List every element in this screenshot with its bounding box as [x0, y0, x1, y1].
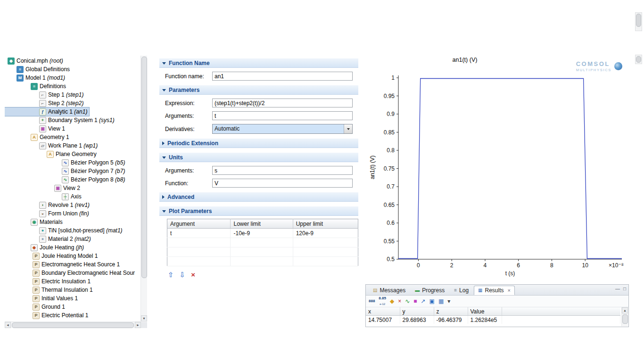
move-up-button[interactable]: ⇧: [168, 271, 174, 278]
scroll-left-button[interactable]: ◄: [5, 322, 11, 328]
scrollbar-thumb[interactable]: [636, 56, 641, 63]
table-display-dropdown[interactable]: ▾: [447, 298, 450, 304]
scrollbar-thumb[interactable]: [12, 322, 134, 328]
tree-item-model-1[interactable]: MModel 1 (mod1): [5, 74, 67, 82]
table-cell: [293, 257, 358, 266]
section-header-advanced[interactable]: Advanced: [159, 192, 358, 202]
section-header-periodic-extension[interactable]: Periodic Extension: [159, 139, 358, 148]
tree-item-view-1[interactable]: ▣View 1: [5, 124, 67, 133]
graphics-panel[interactable]: an1(t) (V) COMSOL MULTIPHYSICS an1(t) (V…: [363, 53, 632, 283]
section-title: Function Name: [169, 60, 210, 66]
tree-item-view-2[interactable]: ▣View 2: [5, 184, 82, 192]
expression-input[interactable]: [212, 99, 353, 107]
function-name-input[interactable]: [212, 72, 353, 81]
tree-item-electric-insulation-1[interactable]: PElectric Insulation 1: [5, 277, 92, 286]
tree-item-work-plane-1[interactable]: ▱Work Plane 1 (wp1): [5, 141, 99, 150]
table-cell: [167, 257, 231, 266]
tree-item-boundary-system-1[interactable]: +Boundary System 1 (sys1): [5, 116, 116, 124]
units-arguments-input[interactable]: [212, 166, 353, 175]
tree-horizontal-scrollbar[interactable]: ◄ ►: [5, 321, 141, 328]
window-scrollbar-segment[interactable]: [635, 55, 642, 64]
arguments-label: Arguments:: [165, 113, 212, 119]
section-header-parameters[interactable]: Parameters: [159, 85, 358, 95]
tree-item-tin-solid-hot-pressed[interactable]: ●TiN [solid,hot-pressed] (mat1): [5, 226, 124, 235]
table-display-icon[interactable]: ▦: [438, 298, 444, 304]
scrollbar-thumb[interactable]: [622, 314, 628, 324]
form-union-icon: ◒: [39, 210, 46, 217]
scrollbar-thumb[interactable]: [636, 14, 641, 27]
table-graph-icon[interactable]: ∿: [405, 298, 410, 304]
tree-item-geometry-1[interactable]: AGeometry 1: [5, 133, 71, 141]
tree-item-label: Step 2 (step2): [48, 100, 83, 107]
section-title: Advanced: [167, 194, 194, 200]
delete-row-button[interactable]: ×: [191, 271, 195, 278]
bezier-polygon-icon: ∿: [62, 168, 69, 175]
window-scrollbar[interactable]: [635, 12, 642, 31]
plot-canvas[interactable]: 024681010.950.90.850.80.750.70.650.60.55…: [363, 53, 632, 283]
tree-item-b-zier-polygon-7[interactable]: ∿Bézier Polygon 7 (b7): [5, 167, 127, 175]
tree-item-step-1[interactable]: ⌐Step 1 (step1): [5, 90, 85, 99]
tree-item-plane-geometry[interactable]: APlane Geometry: [5, 150, 99, 158]
tree-item-step-2[interactable]: ⌐Step 2 (step2): [5, 99, 85, 107]
tree-item-joule-heating-model-1[interactable]: PJoule Heating Model 1: [5, 252, 99, 260]
tree-item-definitions[interactable]: ≡Definitions: [5, 82, 68, 90]
close-tab-icon[interactable]: ×: [508, 288, 511, 293]
table-cell[interactable]: -10e-9: [231, 229, 293, 238]
model-builder-panel: ◆Conical.mph (root)≡Global DefinitionsMM…: [5, 56, 147, 328]
scrollbar-thumb[interactable]: [141, 57, 147, 278]
tab-results[interactable]: ▦Results×: [474, 286, 515, 295]
tree-item-conical-mph[interactable]: ◆Conical.mph (root): [5, 57, 65, 65]
restore-icon[interactable]: □: [623, 286, 626, 292]
table-row[interactable]: t-10e-9120e-9: [167, 229, 358, 238]
tree-item-materials[interactable]: ◉Materials: [5, 218, 65, 226]
scientific-notation-icon[interactable]: 8.85e-12: [379, 296, 386, 307]
tree-item-revolve-1[interactable]: ◗Revolve 1 (rev1): [5, 201, 91, 209]
copy-table-icon[interactable]: ▣: [429, 298, 435, 304]
precision-settings-icon[interactable]: ◆: [390, 298, 394, 304]
table-cell: 14.75007: [366, 316, 400, 324]
section-header-function-name[interactable]: Function Name: [159, 58, 358, 68]
table-row[interactable]: 14.7500729.68963-96.463791.26284e5: [366, 316, 620, 324]
tree-item-form-union[interactable]: ◒Form Union (fin): [5, 209, 91, 218]
tree-item-initial-values-1[interactable]: PInitial Values 1: [5, 294, 80, 303]
tree-item-ground-1[interactable]: PGround 1: [5, 303, 67, 311]
tab-progress[interactable]: ▬Progress: [411, 286, 449, 295]
scroll-right-button[interactable]: ►: [135, 322, 141, 328]
tree-item-joule-heating[interactable]: ◆Joule Heating (jh): [5, 243, 86, 252]
table-cell[interactable]: 120e-9: [293, 229, 358, 238]
table-cell: [502, 316, 620, 324]
tree-item-label: View 2: [63, 185, 80, 191]
tree-item-b-zier-polygon-5[interactable]: ∿Bézier Polygon 5 (b5): [5, 158, 127, 167]
tree-item-global-definitions[interactable]: ≡Global Definitions: [5, 65, 72, 74]
results-scrollbar[interactable]: ▲: [621, 307, 628, 326]
table-cell[interactable]: t: [167, 229, 231, 238]
joule-heating-icon: ◆: [31, 244, 38, 251]
tree-item-b-zier-polygon-8[interactable]: ∿Bézier Polygon 8 (b8): [5, 175, 127, 184]
column-header: z: [434, 307, 468, 316]
arguments-input[interactable]: [212, 111, 353, 120]
tree-item-electric-potential-1[interactable]: PElectric Potential 1: [5, 311, 90, 320]
tree-vertical-scrollbar[interactable]: ▼: [140, 56, 147, 321]
table-surface-icon[interactable]: ■: [413, 298, 417, 304]
tree-item-analytic-1[interactable]: ƒAnalytic 1 (an1): [5, 107, 89, 116]
export-table-icon[interactable]: ↗: [421, 298, 426, 304]
units-function-input[interactable]: [212, 179, 353, 188]
minimize-icon[interactable]: —: [615, 286, 620, 292]
tree-item-axis[interactable]: ┼Axis: [5, 192, 83, 201]
tab-log[interactable]: ≡Log: [450, 286, 473, 295]
derivatives-dropdown[interactable]: Automatic: [212, 124, 353, 134]
scroll-down-button[interactable]: ▼: [141, 315, 147, 321]
y-tick-label: 0.85: [384, 129, 395, 136]
section-header-units[interactable]: Units: [159, 153, 358, 162]
tree-item-boundary-electromagnetic-heat-sour[interactable]: PBoundary Electromagnetic Heat Sour: [5, 269, 137, 277]
tree-item-material-2[interactable]: ●Material 2 (mat2): [5, 235, 93, 243]
section-header-plot-parameters[interactable]: Plot Parameters: [159, 206, 358, 216]
tree-item-electromagnetic-heat-source-1[interactable]: PElectromagnetic Heat Source 1: [5, 260, 122, 269]
scroll-up-button[interactable]: ▲: [622, 307, 628, 313]
full-precision-icon[interactable]: 888: [369, 298, 375, 304]
chevron-down-icon[interactable]: [344, 124, 352, 133]
clear-table-icon[interactable]: ×: [398, 298, 401, 304]
tree-item-thermal-insulation-1[interactable]: PThermal Insulation 1: [5, 286, 95, 294]
tab-messages[interactable]: ▤Messages: [369, 286, 410, 295]
move-down-button[interactable]: ⇩: [180, 271, 186, 278]
